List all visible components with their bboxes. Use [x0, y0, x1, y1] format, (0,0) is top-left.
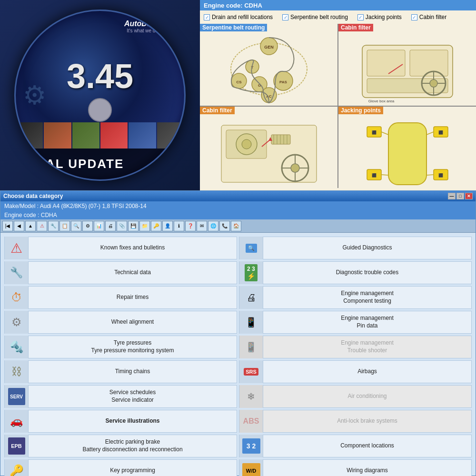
cat-tyre-pressures[interactable]: 🔩 Tyre pressuresTyre pressure monitoring… [4, 336, 237, 358]
cb-jacking-check[interactable]: ✓ [357, 14, 364, 20]
close-button[interactable]: ✕ [465, 193, 473, 199]
serv-icon: SERV [8, 388, 25, 405]
nav-icon4[interactable]: 📋 [60, 221, 70, 231]
nav-icon8[interactable]: 🖨 [105, 221, 116, 231]
svg-text:PAS: PAS [279, 80, 288, 84]
illus-serpentine[interactable]: Serpentine belt routing GEN T CS G [200, 24, 337, 106]
srs-icon: SRS [244, 368, 258, 376]
maximize-button[interactable]: □ [456, 193, 464, 199]
cat-wiring-diagrams-label: Wiring diagrams [263, 465, 471, 476]
app-titlebar: Choose data category — □ ✕ [0, 191, 476, 201]
cat-guided-diag[interactable]: 🔍 Guided Diagnostics [239, 237, 472, 259]
nav-icon5[interactable]: 🔍 [71, 221, 81, 231]
right-panel: Engine code: CDHA ✓ Drain and refill loc… [200, 0, 476, 190]
cat-epb-icon: EPB [5, 435, 29, 457]
cat-engine-comp-icon: 🖨 [239, 286, 263, 309]
cat-wheel-alignment-label: Wheel alignment [29, 317, 237, 328]
svg-rect-14 [367, 50, 405, 76]
illus-cabin-filter-2[interactable]: Cabin filter [200, 107, 337, 188]
svg-rect-29 [271, 135, 290, 144]
nav-icon19[interactable]: 🏠 [231, 221, 241, 231]
nav-icon1[interactable]: ▲ [25, 221, 36, 231]
categories-grid: ⚠ Known fixes and bulletins 🔍 Guided Dia… [4, 237, 472, 476]
nav-icon16[interactable]: ✉ [197, 221, 207, 231]
cat-wheel-alignment[interactable]: ⚙ Wheel alignment [4, 311, 237, 334]
nav-icon9[interactable]: 📎 [117, 221, 127, 231]
cat-wheel-alignment-icon: ⚙ [5, 311, 29, 334]
cat-timing-chains[interactable]: ⛓ Timing chains [4, 360, 237, 383]
cat-component-locations[interactable]: 3 2 Component locations [239, 435, 472, 457]
cat-key-programming[interactable]: 🔑 Key programming [4, 459, 237, 476]
abs-icon: ABS [243, 417, 259, 426]
illus-cabin-filter-title: Cabin filter [338, 24, 373, 31]
cb-serpentine-label: Serpentine belt routing [290, 14, 348, 20]
illus-cabin-filter-2-content [200, 107, 337, 188]
nav-icon15[interactable]: ❓ [185, 221, 196, 231]
cb-jacking: ✓ Jacking points [357, 14, 402, 20]
illus-cabin-filter[interactable]: Cabin filter [338, 24, 476, 106]
cd-area: AutoData It's what we do ⚙ 3.45 FINAL UP… [0, 0, 200, 190]
cabin-filter-2-svg [214, 113, 324, 188]
dtc-icon: 2 3⚡ [245, 264, 258, 281]
cat-dtc[interactable]: 2 3⚡ Diagnostic trouble codes [239, 261, 472, 284]
cat-known-fixes[interactable]: ⚠ Known fixes and bulletins [4, 237, 237, 259]
make-model-bar: Make/Model : Audi A4 (8K2/8K5) (07-) 1,8… [0, 201, 476, 211]
svg-line-55 [426, 175, 434, 175]
svg-line-54 [381, 175, 388, 175]
cat-engine-trouble-label: Engine managementTrouble shooter [263, 337, 471, 356]
cd-version-number: 3.45 [67, 59, 133, 93]
cat-repair-times[interactable]: ⏱ Repair times [4, 286, 237, 309]
ac-icon: ❄ [247, 391, 255, 402]
nav-icon11[interactable]: 📁 [139, 221, 150, 231]
nav-icon6[interactable]: ⚙ [82, 221, 93, 231]
nav-icon14[interactable]: ℹ [174, 221, 184, 231]
cat-technical-data[interactable]: 🔧 Technical data [4, 261, 237, 284]
cat-wiring-diagrams-icon: W/D [239, 459, 263, 476]
app-title: Choose data category [3, 193, 448, 199]
cb-cabin-check[interactable]: ✓ [411, 14, 417, 20]
cat-timing-chains-icon: ⛓ [5, 360, 29, 383]
cat-guided-diag-label: Guided Diagnostics [263, 242, 471, 254]
nav-icon17[interactable]: 🌐 [208, 221, 218, 231]
cat-airbags[interactable]: SRS Airbags [239, 360, 472, 383]
svg-point-36 [291, 164, 299, 172]
illus-jacking-points-title: Jacking points [338, 107, 383, 114]
cb-drain: ✓ Drain and refill locations [204, 14, 273, 20]
cb-serpentine-check[interactable]: ✓ [282, 14, 288, 20]
cat-tyre-pressures-icon: 🔩 [5, 336, 29, 358]
nav-prev-button[interactable]: ◀ [14, 221, 24, 231]
brand-name: AutoData [124, 20, 158, 28]
nav-icon10[interactable]: 💾 [128, 221, 139, 231]
warning-icon: ⚠ [10, 240, 22, 256]
belt-routing-svg: GEN T CS G PAS AC [214, 31, 324, 106]
cat-timing-chains-label: Timing chains [29, 366, 237, 377]
cat-engine-comp[interactable]: 🖨 Engine managementComponent testing [239, 286, 472, 309]
cat-airbags-label: Airbags [263, 366, 471, 377]
cat-service-schedules[interactable]: SERV Service schedulesService indicator [4, 385, 237, 408]
cat-epb[interactable]: EPB Electric parking brakeBattery discon… [4, 435, 237, 457]
cat-wiring-diagrams[interactable]: W/D Wiring diagrams [239, 459, 472, 476]
cat-air-conditioning-icon: ❄ [239, 385, 263, 408]
illus-jacking-points[interactable]: Jacking points ⬛ ⬛ ⬛ ⬛ [338, 107, 476, 188]
nav-icon18[interactable]: 📞 [219, 221, 230, 231]
cat-air-conditioning: ❄ Air conditioning [239, 385, 472, 408]
svg-rect-43 [388, 123, 426, 185]
nav-icon12[interactable]: 🔑 [151, 221, 161, 231]
cat-service-schedules-icon: SERV [5, 385, 29, 408]
nav-icon13[interactable]: 👤 [162, 221, 173, 231]
cat-engine-pin[interactable]: 📱 Engine managementPin data [239, 311, 472, 334]
brand-tagline: It's what we do [124, 28, 158, 33]
nav-icon2[interactable]: ⚠ [37, 221, 47, 231]
cat-known-fixes-icon: ⚠ [5, 237, 29, 259]
cat-service-illustrations[interactable]: 🚗 Service illustrations [4, 410, 237, 433]
nav-first-button[interactable]: |◀ [2, 221, 13, 231]
cb-drain-check[interactable]: ✓ [204, 14, 210, 20]
svg-point-28 [242, 139, 251, 149]
cat-component-locations-label: Component locations [263, 440, 471, 452]
engine-comp-icon: 🖨 [247, 292, 256, 303]
nav-icon7[interactable]: 📊 [94, 221, 104, 231]
nav-icon3[interactable]: 🔧 [48, 221, 59, 231]
cat-abs: ABS Anti-lock brake systems [239, 410, 472, 433]
cd-hole [88, 98, 112, 122]
minimize-button[interactable]: — [448, 193, 456, 199]
